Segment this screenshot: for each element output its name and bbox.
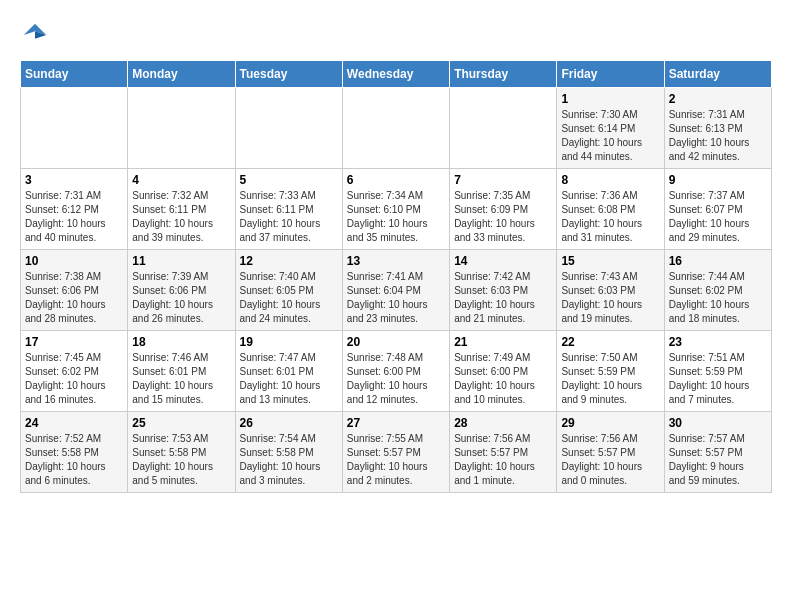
calendar-header-row: SundayMondayTuesdayWednesdayThursdayFrid… — [21, 61, 772, 88]
day-info: Sunrise: 7:30 AM Sunset: 6:14 PM Dayligh… — [561, 108, 659, 164]
day-info: Sunrise: 7:33 AM Sunset: 6:11 PM Dayligh… — [240, 189, 338, 245]
day-info: Sunrise: 7:51 AM Sunset: 5:59 PM Dayligh… — [669, 351, 767, 407]
calendar-week-row: 1Sunrise: 7:30 AM Sunset: 6:14 PM Daylig… — [21, 88, 772, 169]
calendar-cell: 11Sunrise: 7:39 AM Sunset: 6:06 PM Dayli… — [128, 250, 235, 331]
calendar-cell: 19Sunrise: 7:47 AM Sunset: 6:01 PM Dayli… — [235, 331, 342, 412]
calendar-cell: 24Sunrise: 7:52 AM Sunset: 5:58 PM Dayli… — [21, 412, 128, 493]
day-info: Sunrise: 7:35 AM Sunset: 6:09 PM Dayligh… — [454, 189, 552, 245]
calendar-cell — [128, 88, 235, 169]
calendar-cell: 25Sunrise: 7:53 AM Sunset: 5:58 PM Dayli… — [128, 412, 235, 493]
day-number: 27 — [347, 416, 445, 430]
day-number: 2 — [669, 92, 767, 106]
calendar-cell — [21, 88, 128, 169]
weekday-header: Thursday — [450, 61, 557, 88]
day-number: 12 — [240, 254, 338, 268]
day-number: 6 — [347, 173, 445, 187]
page-header — [20, 20, 772, 50]
logo-icon — [20, 20, 50, 50]
calendar-cell: 9Sunrise: 7:37 AM Sunset: 6:07 PM Daylig… — [664, 169, 771, 250]
day-info: Sunrise: 7:54 AM Sunset: 5:58 PM Dayligh… — [240, 432, 338, 488]
calendar-cell: 7Sunrise: 7:35 AM Sunset: 6:09 PM Daylig… — [450, 169, 557, 250]
day-number: 4 — [132, 173, 230, 187]
calendar-cell: 1Sunrise: 7:30 AM Sunset: 6:14 PM Daylig… — [557, 88, 664, 169]
day-info: Sunrise: 7:53 AM Sunset: 5:58 PM Dayligh… — [132, 432, 230, 488]
weekday-header: Friday — [557, 61, 664, 88]
day-info: Sunrise: 7:43 AM Sunset: 6:03 PM Dayligh… — [561, 270, 659, 326]
calendar-cell: 10Sunrise: 7:38 AM Sunset: 6:06 PM Dayli… — [21, 250, 128, 331]
day-info: Sunrise: 7:34 AM Sunset: 6:10 PM Dayligh… — [347, 189, 445, 245]
weekday-header: Wednesday — [342, 61, 449, 88]
calendar-cell: 6Sunrise: 7:34 AM Sunset: 6:10 PM Daylig… — [342, 169, 449, 250]
day-info: Sunrise: 7:56 AM Sunset: 5:57 PM Dayligh… — [561, 432, 659, 488]
day-number: 5 — [240, 173, 338, 187]
day-number: 17 — [25, 335, 123, 349]
day-number: 11 — [132, 254, 230, 268]
day-number: 13 — [347, 254, 445, 268]
day-number: 15 — [561, 254, 659, 268]
calendar-cell: 3Sunrise: 7:31 AM Sunset: 6:12 PM Daylig… — [21, 169, 128, 250]
calendar-week-row: 3Sunrise: 7:31 AM Sunset: 6:12 PM Daylig… — [21, 169, 772, 250]
day-info: Sunrise: 7:39 AM Sunset: 6:06 PM Dayligh… — [132, 270, 230, 326]
calendar-cell: 16Sunrise: 7:44 AM Sunset: 6:02 PM Dayli… — [664, 250, 771, 331]
logo — [20, 20, 54, 50]
day-info: Sunrise: 7:32 AM Sunset: 6:11 PM Dayligh… — [132, 189, 230, 245]
calendar-cell: 30Sunrise: 7:57 AM Sunset: 5:57 PM Dayli… — [664, 412, 771, 493]
calendar-cell: 2Sunrise: 7:31 AM Sunset: 6:13 PM Daylig… — [664, 88, 771, 169]
day-number: 25 — [132, 416, 230, 430]
calendar-cell: 21Sunrise: 7:49 AM Sunset: 6:00 PM Dayli… — [450, 331, 557, 412]
day-number: 1 — [561, 92, 659, 106]
calendar-cell: 4Sunrise: 7:32 AM Sunset: 6:11 PM Daylig… — [128, 169, 235, 250]
calendar-cell: 17Sunrise: 7:45 AM Sunset: 6:02 PM Dayli… — [21, 331, 128, 412]
calendar-cell: 12Sunrise: 7:40 AM Sunset: 6:05 PM Dayli… — [235, 250, 342, 331]
calendar-cell: 18Sunrise: 7:46 AM Sunset: 6:01 PM Dayli… — [128, 331, 235, 412]
day-number: 24 — [25, 416, 123, 430]
day-info: Sunrise: 7:52 AM Sunset: 5:58 PM Dayligh… — [25, 432, 123, 488]
day-number: 10 — [25, 254, 123, 268]
day-number: 18 — [132, 335, 230, 349]
day-number: 22 — [561, 335, 659, 349]
day-number: 26 — [240, 416, 338, 430]
day-info: Sunrise: 7:55 AM Sunset: 5:57 PM Dayligh… — [347, 432, 445, 488]
calendar-week-row: 24Sunrise: 7:52 AM Sunset: 5:58 PM Dayli… — [21, 412, 772, 493]
calendar-cell: 28Sunrise: 7:56 AM Sunset: 5:57 PM Dayli… — [450, 412, 557, 493]
calendar-cell: 27Sunrise: 7:55 AM Sunset: 5:57 PM Dayli… — [342, 412, 449, 493]
day-info: Sunrise: 7:38 AM Sunset: 6:06 PM Dayligh… — [25, 270, 123, 326]
day-number: 19 — [240, 335, 338, 349]
calendar-week-row: 10Sunrise: 7:38 AM Sunset: 6:06 PM Dayli… — [21, 250, 772, 331]
day-info: Sunrise: 7:42 AM Sunset: 6:03 PM Dayligh… — [454, 270, 552, 326]
calendar-cell: 22Sunrise: 7:50 AM Sunset: 5:59 PM Dayli… — [557, 331, 664, 412]
calendar-cell — [450, 88, 557, 169]
day-info: Sunrise: 7:40 AM Sunset: 6:05 PM Dayligh… — [240, 270, 338, 326]
calendar-cell: 8Sunrise: 7:36 AM Sunset: 6:08 PM Daylig… — [557, 169, 664, 250]
calendar-cell: 15Sunrise: 7:43 AM Sunset: 6:03 PM Dayli… — [557, 250, 664, 331]
calendar-table: SundayMondayTuesdayWednesdayThursdayFrid… — [20, 60, 772, 493]
day-info: Sunrise: 7:49 AM Sunset: 6:00 PM Dayligh… — [454, 351, 552, 407]
weekday-header: Saturday — [664, 61, 771, 88]
calendar-cell: 23Sunrise: 7:51 AM Sunset: 5:59 PM Dayli… — [664, 331, 771, 412]
day-info: Sunrise: 7:37 AM Sunset: 6:07 PM Dayligh… — [669, 189, 767, 245]
day-info: Sunrise: 7:48 AM Sunset: 6:00 PM Dayligh… — [347, 351, 445, 407]
calendar-cell: 14Sunrise: 7:42 AM Sunset: 6:03 PM Dayli… — [450, 250, 557, 331]
day-number: 29 — [561, 416, 659, 430]
day-number: 21 — [454, 335, 552, 349]
calendar-cell: 26Sunrise: 7:54 AM Sunset: 5:58 PM Dayli… — [235, 412, 342, 493]
calendar-cell: 5Sunrise: 7:33 AM Sunset: 6:11 PM Daylig… — [235, 169, 342, 250]
calendar-cell: 13Sunrise: 7:41 AM Sunset: 6:04 PM Dayli… — [342, 250, 449, 331]
day-number: 30 — [669, 416, 767, 430]
day-info: Sunrise: 7:45 AM Sunset: 6:02 PM Dayligh… — [25, 351, 123, 407]
day-info: Sunrise: 7:57 AM Sunset: 5:57 PM Dayligh… — [669, 432, 767, 488]
day-number: 14 — [454, 254, 552, 268]
day-info: Sunrise: 7:31 AM Sunset: 6:12 PM Dayligh… — [25, 189, 123, 245]
day-info: Sunrise: 7:31 AM Sunset: 6:13 PM Dayligh… — [669, 108, 767, 164]
day-number: 23 — [669, 335, 767, 349]
weekday-header: Tuesday — [235, 61, 342, 88]
calendar-cell — [235, 88, 342, 169]
day-info: Sunrise: 7:44 AM Sunset: 6:02 PM Dayligh… — [669, 270, 767, 326]
day-info: Sunrise: 7:36 AM Sunset: 6:08 PM Dayligh… — [561, 189, 659, 245]
day-number: 8 — [561, 173, 659, 187]
day-info: Sunrise: 7:41 AM Sunset: 6:04 PM Dayligh… — [347, 270, 445, 326]
day-info: Sunrise: 7:46 AM Sunset: 6:01 PM Dayligh… — [132, 351, 230, 407]
calendar-week-row: 17Sunrise: 7:45 AM Sunset: 6:02 PM Dayli… — [21, 331, 772, 412]
day-info: Sunrise: 7:50 AM Sunset: 5:59 PM Dayligh… — [561, 351, 659, 407]
day-info: Sunrise: 7:56 AM Sunset: 5:57 PM Dayligh… — [454, 432, 552, 488]
